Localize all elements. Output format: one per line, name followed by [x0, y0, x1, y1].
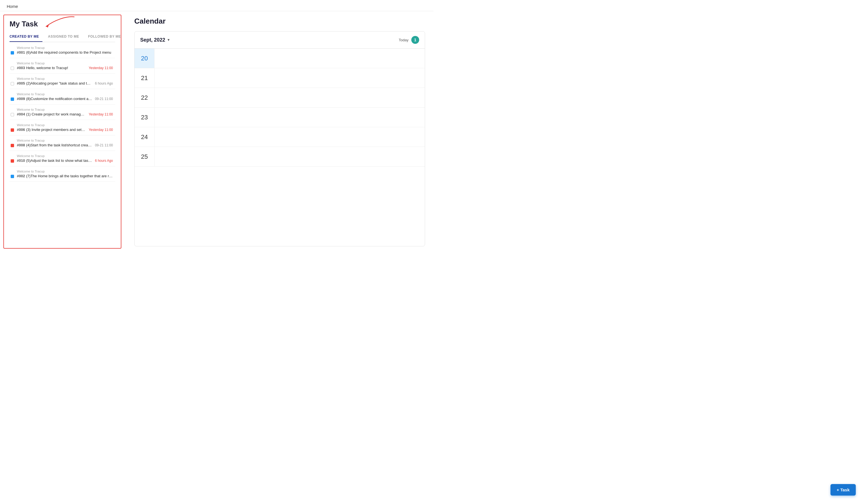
left-panel: My Task CREATED BY ME ASSIGNED TO ME FOL… — [3, 14, 121, 249]
task-title-row: #009 (8)Customize the notification conte… — [17, 97, 113, 101]
task-dot-gray — [11, 82, 14, 85]
day-content-23[interactable] — [154, 108, 425, 127]
task-name: (1) Create project for work management — [26, 112, 86, 116]
day-content-20[interactable] — [154, 49, 425, 68]
task-time: Yesterday 11:00 — [89, 66, 113, 70]
task-id: #010 — [17, 159, 25, 163]
task-name: (5)Adjust the task list to show what tas… — [26, 159, 92, 163]
task-project: Welcome to Tracup — [17, 46, 113, 50]
calendar-day-22: 22 — [135, 88, 154, 107]
task-id: #004 — [17, 112, 25, 116]
task-item[interactable]: Welcome to Tracup #010 (5)Adjust the tas… — [10, 151, 115, 166]
task-content: Welcome to Tracup #010 (5)Adjust the tas… — [17, 154, 113, 163]
task-id: #008 — [17, 143, 25, 147]
task-item[interactable]: Welcome to Tracup #001 (6)Add the requir… — [10, 43, 115, 58]
calendar-header: Sept, 2022 ▼ Today 1 — [135, 31, 425, 49]
task-item[interactable]: Welcome to Tracup #004 (1) Create projec… — [10, 105, 115, 120]
task-dot-red — [11, 159, 14, 163]
task-time: Yesterday 11:00 — [89, 112, 113, 116]
task-id: #002 — [17, 174, 25, 178]
task-title-row: #004 (1) Create project for work managem… — [17, 112, 113, 116]
calendar-day-23: 23 — [135, 108, 154, 127]
panel-inner: My Task CREATED BY ME ASSIGNED TO ME FOL… — [4, 15, 121, 248]
calendar-day-25: 25 — [135, 147, 154, 166]
task-dot-gray — [11, 113, 14, 116]
task-id: #001 — [17, 50, 25, 54]
task-name: (6)Add the required components to the Pr… — [26, 50, 113, 54]
task-project: Welcome to Tracup — [17, 77, 113, 81]
task-name: (8)Customize the notification content an… — [26, 97, 92, 101]
task-content: Welcome to Tracup #002 (7)The Home bring… — [17, 170, 113, 178]
task-project: Welcome to Tracup — [17, 93, 113, 96]
calendar-day-row: 21 — [135, 68, 425, 88]
task-title-row: #005 (2)Allocating proper "task status a… — [17, 81, 113, 85]
tabs-row: CREATED BY ME ASSIGNED TO ME FOLLOWED BY… — [10, 32, 115, 42]
calendar-month[interactable]: Sept, 2022 ▼ — [140, 37, 170, 43]
right-panel: Calendar Sept, 2022 ▼ Today 1 20 — [126, 11, 434, 252]
task-item[interactable]: Welcome to Tracup #006 (3) Invite projec… — [10, 120, 115, 136]
task-title-row: #010 (5)Adjust the task list to show wha… — [17, 159, 113, 163]
calendar-day-row: 24 — [135, 127, 425, 147]
day-content-22[interactable] — [154, 88, 425, 107]
calendar-day-20: 20 — [135, 49, 154, 68]
arrow-annotation — [43, 15, 77, 29]
page-title: Home — [7, 4, 18, 9]
task-list: Welcome to Tracup #001 (6)Add the requir… — [10, 43, 115, 248]
today-circle: 20 — [139, 53, 150, 64]
task-content: Welcome to Tracup #009 (8)Customize the … — [17, 93, 113, 101]
calendar-today-button[interactable]: Today — [399, 38, 408, 42]
task-project: Welcome to Tracup — [17, 154, 113, 158]
day-content-24[interactable] — [154, 127, 425, 147]
page-header: Home — [0, 0, 434, 11]
calendar-badge: 1 — [411, 36, 419, 44]
task-title-row: #003 Hello, welcome to Tracup! Yesterday… — [17, 66, 113, 70]
task-title-row: #006 (3) Invite project members and set … — [17, 128, 113, 132]
my-task-header: My Task — [10, 20, 115, 28]
task-content: Welcome to Tracup #004 (1) Create projec… — [17, 108, 113, 116]
task-item[interactable]: Welcome to Tracup #008 (4)Start from the… — [10, 136, 115, 151]
calendar-day-21: 21 — [135, 68, 154, 88]
tab-created-by-me[interactable]: CREATED BY ME — [10, 32, 42, 42]
task-name: (3) Invite project members and set their… — [26, 128, 86, 132]
calendar-month-label: Sept, 2022 — [140, 37, 165, 43]
task-dot-blue — [11, 175, 14, 178]
task-id: #006 — [17, 128, 25, 132]
task-content: Welcome to Tracup #006 (3) Invite projec… — [17, 123, 113, 132]
my-task-title: My Task — [10, 20, 38, 28]
task-time: 6 hours Ago — [95, 159, 113, 163]
task-name: Hello, welcome to Tracup! — [26, 66, 86, 70]
tab-assigned-to-me[interactable]: ASSIGNED TO ME — [48, 32, 83, 42]
task-project: Welcome to Tracup — [17, 62, 113, 65]
task-name: (2)Allocating proper "task status and ty… — [26, 81, 92, 85]
task-dot-red — [11, 144, 14, 147]
tab-followed-by-me[interactable]: FOLLOWED BY ME — [88, 32, 121, 42]
day-content-21[interactable] — [154, 68, 425, 88]
task-time: Yesterday 11:00 — [89, 128, 113, 132]
task-dot-blue — [11, 51, 14, 54]
task-item[interactable]: Welcome to Tracup #002 (7)The Home bring… — [10, 166, 115, 182]
task-id: #005 — [17, 81, 25, 85]
task-item[interactable]: Welcome to Tracup #005 (2)Allocating pro… — [10, 74, 115, 89]
task-title-row: #008 (4)Start from the task list/shortcu… — [17, 143, 113, 147]
task-content: Welcome to Tracup #003 Hello, welcome to… — [17, 62, 113, 70]
calendar-day-row: 20 — [135, 49, 425, 68]
task-item[interactable]: Welcome to Tracup #009 (8)Customize the … — [10, 89, 115, 105]
task-time: 6 hours Ago — [95, 82, 113, 85]
day-content-25[interactable] — [154, 147, 425, 166]
task-project: Welcome to Tracup — [17, 108, 113, 111]
calendar-day-24: 24 — [135, 127, 154, 147]
calendar-day-row: 23 — [135, 108, 425, 127]
calendar-body: 20 21 22 23 — [135, 49, 425, 246]
task-id: #009 — [17, 97, 25, 101]
task-item[interactable]: Welcome to Tracup #003 Hello, welcome to… — [10, 58, 115, 74]
task-dot-red — [11, 128, 14, 132]
main-layout: My Task CREATED BY ME ASSIGNED TO ME FOL… — [0, 11, 434, 252]
task-project: Welcome to Tracup — [17, 123, 113, 127]
task-name: (4)Start from the task list/shortcut cre… — [26, 143, 92, 147]
task-id: #003 — [17, 66, 25, 70]
task-time: 09-21 11:00 — [95, 143, 113, 147]
task-project: Welcome to Tracup — [17, 170, 113, 173]
task-project: Welcome to Tracup — [17, 139, 113, 142]
task-content: Welcome to Tracup #005 (2)Allocating pro… — [17, 77, 113, 85]
task-dot-gray — [11, 67, 14, 70]
